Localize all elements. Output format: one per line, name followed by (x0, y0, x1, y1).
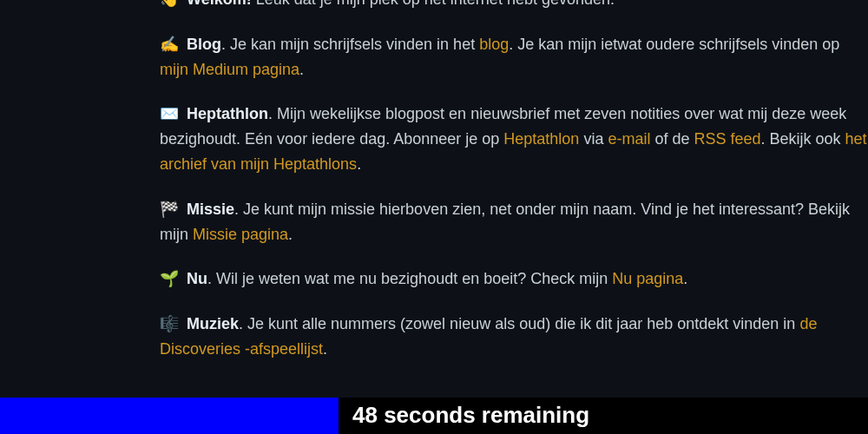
progress-bar (0, 398, 339, 434)
heptathlon-text4: . Bekijk ook (761, 130, 845, 148)
missie-link[interactable]: Missie pagina (193, 226, 288, 243)
muziek-section: 🎼 Muziek. Je kunt alle nummers (zowel ni… (160, 312, 868, 362)
muziek-text1: . Je kunt alle nummers (zowel nieuw als … (239, 315, 799, 332)
heptathlon-text3: of de (650, 130, 694, 148)
heptathlon-section: ✉️ Heptathlon. Mijn wekelijkse blogpost … (160, 102, 868, 176)
blog-section: ✍️ Blog. Je kan mijn schrijfsels vinden … (160, 32, 868, 82)
writing-icon: ✍️ (160, 32, 179, 57)
blog-text1: . Je kan mijn schrijfsels vinden in het (221, 36, 479, 53)
wave-icon: 👋 (160, 0, 179, 12)
missie-title: Missie (187, 201, 234, 218)
nu-text1: . Wil je weten wat me nu bezighoudt en b… (207, 270, 612, 287)
nu-title: Nu (187, 270, 207, 287)
blog-text2: . Je kan mijn ietwat oudere schrijfsels … (509, 36, 839, 53)
blog-link[interactable]: blog (479, 36, 509, 53)
music-icon: 🎼 (160, 312, 179, 337)
muziek-text2: . (323, 340, 327, 358)
welkom-text: Leuk dat je mijn plek op het internet he… (252, 0, 615, 8)
heptathlon-text2: via (579, 130, 608, 148)
footer-bar: 48 seconds remaining (0, 398, 868, 434)
heptathlon-title: Heptathlon (187, 105, 268, 122)
welkom-section: 👋 Welkom! Leuk dat je mijn plek op het i… (160, 0, 868, 12)
blog-title: Blog (187, 36, 221, 53)
heptathlon-link[interactable]: Heptathlon (503, 130, 579, 148)
nu-section: 🌱 Nu. Wil je weten wat me nu bezighoudt … (160, 266, 868, 292)
rss-link[interactable]: RSS feed (694, 130, 760, 148)
missie-text2: . (288, 226, 293, 243)
blog-text3: . (299, 61, 304, 78)
countdown-text: 48 seconds remaining (352, 398, 589, 434)
envelope-icon: ✉️ (160, 102, 179, 127)
seedling-icon: 🌱 (160, 266, 179, 292)
medium-link[interactable]: mijn Medium pagina (160, 61, 299, 78)
muziek-title: Muziek (187, 315, 239, 332)
missie-section: 🏁 Missie. Je kunt mijn missie hierboven … (160, 197, 868, 247)
email-link[interactable]: e-mail (608, 130, 650, 148)
footer-text-container: 48 seconds remaining (339, 398, 868, 434)
main-content: 👋 Welkom! Leuk dat je mijn plek op het i… (0, 0, 868, 362)
nu-link[interactable]: Nu pagina (612, 270, 683, 287)
flag-icon: 🏁 (160, 197, 179, 222)
heptathlon-text5: . (357, 155, 361, 173)
welkom-title: Welkom! (187, 0, 252, 8)
nu-text2: . (683, 270, 687, 287)
